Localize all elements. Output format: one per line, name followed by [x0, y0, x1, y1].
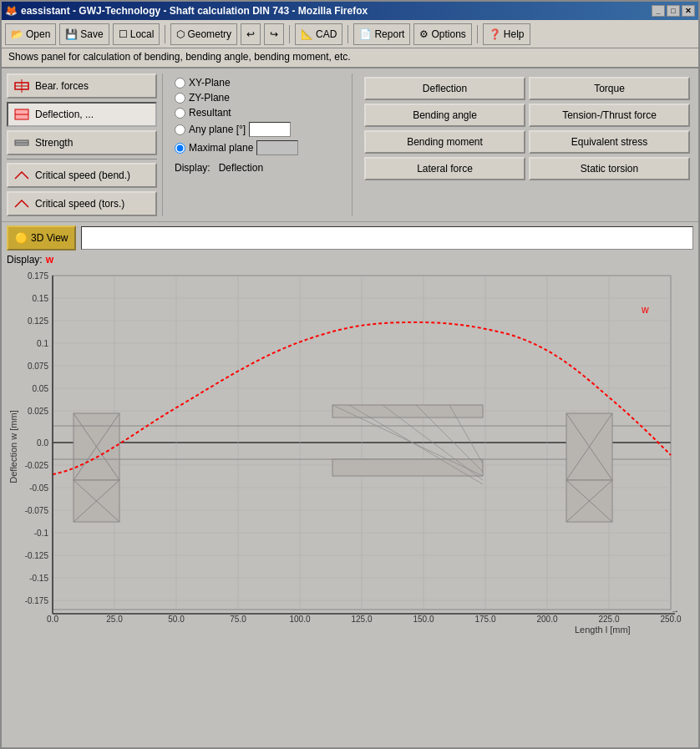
zy-plane-label: ZY-Plane: [189, 92, 230, 104]
cad-button[interactable]: 📐 CAD: [295, 23, 342, 45]
svg-text:0.175: 0.175: [28, 271, 48, 281]
strength-label: Strength: [35, 137, 73, 149]
minimize-button[interactable]: _: [652, 5, 665, 17]
divider-2: [352, 73, 353, 216]
resultant-radio[interactable]: [175, 108, 185, 119]
svg-text:100.0: 100.0: [289, 615, 310, 624]
deflection-button[interactable]: Deflection, ...: [7, 102, 157, 127]
separator: [7, 159, 157, 159]
status-bar: Shows panel for calculation of bending, …: [2, 48, 698, 68]
bear-forces-icon: [13, 78, 30, 94]
chart-display-label: Display:: [7, 254, 43, 266]
redo-button[interactable]: ↪: [264, 23, 284, 45]
maximal-plane-row: Maximal plane 8.83: [175, 140, 337, 155]
deflection-chart: w Deflection w [mm] Length l [mm] → 0.17…: [7, 267, 683, 643]
options-icon: ⚙: [419, 28, 429, 40]
svg-text:0.15: 0.15: [33, 294, 49, 303]
toolbar: 📂 Open 💾 Save ☐ Local ⬡ Geometry ↩ ↪ 📐 C…: [2, 20, 698, 48]
torque-button[interactable]: Torque: [529, 77, 690, 100]
maximal-plane-radio[interactable]: [175, 143, 185, 154]
svg-text:Length l [mm]: Length l [mm]: [575, 625, 631, 635]
resultant-label: Resultant: [189, 107, 231, 119]
tension-thrust-button[interactable]: Tension-/Thrust force: [529, 104, 690, 127]
equivalent-stress-button[interactable]: Equivalent stress: [529, 130, 690, 154]
svg-text:125.0: 125.0: [351, 615, 372, 624]
left-nav-panel: Bear. forces Deflection, ...: [7, 73, 157, 216]
svg-text:175.0: 175.0: [474, 615, 495, 624]
report-button[interactable]: 📄 Report: [353, 23, 410, 45]
plane-radio-group: XY-Plane ZY-Plane Resultant Any plane [°…: [175, 77, 337, 155]
zy-plane-radio[interactable]: [175, 93, 185, 104]
critical-speed-tors-button[interactable]: Critical speed (tors.): [7, 191, 157, 216]
bear-forces-label: Bear. forces: [35, 80, 89, 92]
svg-text:0.1: 0.1: [37, 339, 48, 348]
svg-text:250.0: 250.0: [660, 615, 681, 624]
svg-text:w: w: [641, 304, 649, 316]
window-title: eassistant - GWJ-Technology - Shaft calc…: [21, 5, 368, 17]
right-calc-panel: Deflection Torque Bending angle Tension-…: [361, 73, 693, 216]
separator-2: [289, 25, 290, 43]
svg-text:-0.125: -0.125: [25, 551, 49, 560]
undo-button[interactable]: ↩: [241, 23, 261, 45]
bending-angle-button[interactable]: Bending angle: [364, 104, 525, 127]
cad-icon: 📐: [301, 28, 313, 40]
local-icon: ☐: [119, 28, 128, 40]
svg-text:0.05: 0.05: [33, 384, 49, 393]
options-button[interactable]: ⚙ Options: [413, 23, 471, 45]
undo-icon: ↩: [246, 28, 255, 40]
status-message: Shows panel for calculation of bending, …: [8, 51, 351, 63]
separator-4: [477, 25, 478, 43]
resultant-row: Resultant: [175, 107, 337, 119]
any-plane-radio[interactable]: [175, 124, 185, 135]
deflection-label: Deflection, ...: [35, 109, 94, 120]
app-icon: 🦊: [5, 5, 18, 17]
save-button[interactable]: 💾 Save: [59, 23, 109, 45]
deflection-calc-button[interactable]: Deflection: [364, 77, 525, 100]
xy-plane-label: XY-Plane: [189, 77, 231, 89]
svg-text:225.0: 225.0: [598, 615, 619, 624]
maximize-button[interactable]: □: [667, 5, 680, 17]
zy-plane-row: ZY-Plane: [175, 92, 337, 104]
critical-speed-bend-button[interactable]: Critical speed (bend.): [7, 163, 157, 188]
maximal-plane-label: Maximal plane: [189, 142, 253, 154]
svg-text:200.0: 200.0: [536, 615, 557, 624]
svg-text:75.0: 75.0: [230, 615, 246, 624]
svg-rect-43: [332, 459, 483, 476]
3d-view-button[interactable]: 🟡 3D View: [7, 225, 76, 251]
svg-text:-0.075: -0.075: [25, 506, 49, 515]
any-plane-row: Any plane [°] 90.0: [175, 122, 337, 137]
strength-button[interactable]: Strength: [7, 130, 157, 155]
svg-text:0.125: 0.125: [28, 316, 48, 326]
svg-text:-0.175: -0.175: [25, 596, 49, 605]
svg-text:Deflection w [mm]: Deflection w [mm]: [8, 410, 18, 483]
svg-text:-0.15: -0.15: [29, 574, 48, 583]
display-text-area: [81, 226, 693, 250]
chart-display-value: w: [46, 254, 53, 266]
geometry-icon: ⬡: [176, 28, 185, 40]
local-button[interactable]: ☐ Local: [113, 23, 160, 45]
critical-speed-tors-icon: [13, 196, 30, 211]
cube-icon: 🟡: [15, 232, 28, 244]
help-button[interactable]: ❓ Help: [483, 23, 530, 45]
critical-speed-bend-label: Critical speed (bend.): [35, 170, 130, 181]
critical-speed-bend-icon: [13, 168, 30, 183]
separator-3: [347, 25, 348, 43]
critical-speed-tors-label: Critical speed (tors.): [35, 198, 124, 210]
lateral-force-button[interactable]: Lateral force: [364, 157, 525, 180]
chart-section: Display: w: [2, 254, 698, 747]
close-button[interactable]: ✕: [682, 5, 695, 17]
strength-icon: [13, 135, 30, 150]
xy-plane-radio[interactable]: [175, 78, 185, 89]
any-plane-value[interactable]: 90.0: [249, 122, 291, 137]
static-torsion-button[interactable]: Static torsion: [529, 157, 690, 180]
svg-text:0.025: 0.025: [28, 407, 48, 416]
report-icon: 📄: [359, 28, 372, 40]
display-area: Display: Deflection: [175, 162, 337, 174]
calc-button-grid: Deflection Torque Bending angle Tension-…: [364, 77, 690, 180]
bear-forces-button[interactable]: Bear. forces: [7, 73, 157, 99]
bending-moment-button[interactable]: Bending moment: [364, 130, 525, 154]
open-button[interactable]: 📂 Open: [5, 23, 56, 45]
geometry-button[interactable]: ⬡ Geometry: [170, 23, 237, 45]
xy-plane-row: XY-Plane: [175, 77, 337, 89]
svg-text:150.0: 150.0: [413, 615, 434, 624]
